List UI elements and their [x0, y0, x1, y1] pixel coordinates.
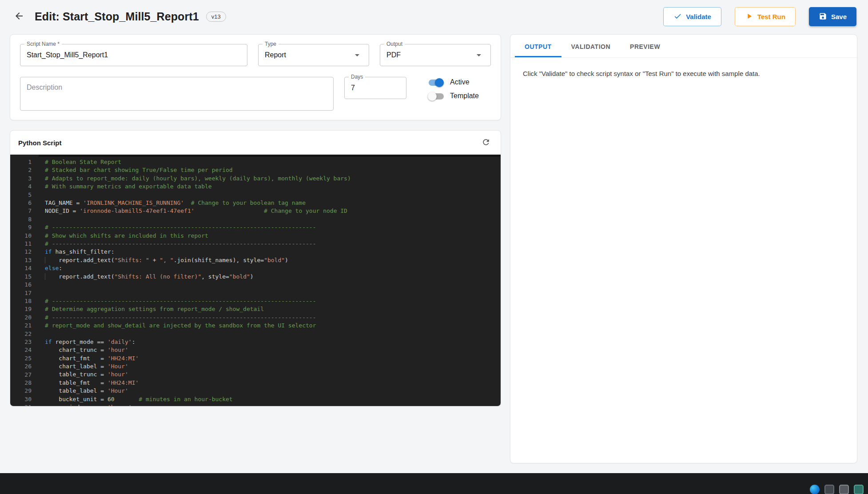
line-numbers: 1234567891011121314151617181920212223242… — [10, 155, 39, 406]
script-name-label: Script Name * — [24, 41, 62, 47]
tab-validation[interactable]: VALIDATION — [561, 35, 620, 57]
days-input[interactable] — [351, 84, 400, 92]
template-toggle-label: Template — [450, 92, 479, 100]
output-hint-text: Click "Validate" to check script syntax … — [510, 58, 857, 89]
play-icon — [745, 12, 753, 22]
output-panel-tabs: OUTPUT VALIDATION PREVIEW — [510, 35, 857, 58]
save-button[interactable]: Save — [809, 7, 856, 26]
tab-preview[interactable]: PREVIEW — [620, 35, 670, 57]
editor-header: Python Script — [10, 131, 501, 155]
python-script-card: Python Script 12345678910111213141516171… — [10, 130, 501, 406]
description-field[interactable] — [20, 77, 334, 111]
main-content: Script Name * Type Report Output PDF — [0, 32, 868, 463]
taskbar-app-icon[interactable] — [839, 485, 849, 494]
editor-top-shadow — [39, 155, 501, 157]
form-row-1: Script Name * Type Report Output PDF — [20, 44, 491, 66]
code-editor[interactable]: 1234567891011121314151617181920212223242… — [10, 155, 501, 406]
script-form-card: Script Name * Type Report Output PDF — [10, 34, 501, 120]
save-icon — [819, 12, 827, 22]
description-input[interactable] — [20, 77, 333, 110]
code-lines[interactable]: # Boolean State Report# Stacked bar char… — [39, 155, 501, 406]
script-name-field[interactable]: Script Name * — [20, 44, 247, 66]
output-label: Output — [384, 41, 405, 47]
days-field[interactable]: Days — [344, 77, 406, 99]
script-name-input[interactable] — [27, 51, 241, 59]
toggle-thumb — [428, 92, 437, 101]
taskbar-icons — [810, 485, 864, 494]
taskbar — [0, 473, 868, 494]
tab-output[interactable]: OUTPUT — [515, 35, 561, 57]
template-toggle-row[interactable]: Template — [424, 89, 479, 103]
active-toggle[interactable] — [424, 76, 448, 89]
arrow-left-icon — [14, 11, 24, 23]
refresh-icon — [482, 138, 490, 148]
version-badge: v13 — [206, 12, 226, 22]
header: Edit: Start_Stop_Mill5_Report1 v13 Valid… — [0, 0, 868, 32]
active-toggle-row[interactable]: Active — [424, 75, 479, 89]
toggle-group: Active Template — [424, 75, 479, 111]
taskbar-app-icon[interactable] — [824, 485, 834, 494]
validate-button[interactable]: Validate — [663, 7, 721, 26]
editor-title: Python Script — [18, 139, 62, 147]
caret-down-icon — [474, 50, 484, 60]
output-select[interactable]: Output PDF — [380, 44, 491, 66]
refresh-button[interactable] — [479, 136, 493, 149]
active-toggle-label: Active — [450, 78, 470, 86]
check-icon — [673, 12, 682, 22]
form-row-2: Days Active — [20, 77, 491, 111]
days-label: Days — [349, 74, 365, 80]
template-toggle[interactable] — [424, 89, 448, 103]
page-title: Edit: Start_Stop_Mill5_Report1 — [35, 10, 199, 23]
save-label: Save — [831, 13, 847, 20]
back-button[interactable] — [10, 8, 28, 26]
type-select[interactable]: Type Report — [258, 44, 369, 66]
toggle-thumb — [435, 78, 444, 87]
taskbar-browser-icon[interactable] — [810, 485, 820, 494]
output-value: PDF — [386, 51, 401, 59]
page: Edit: Start_Stop_Mill5_Report1 v13 Valid… — [0, 0, 868, 463]
type-label: Type — [263, 41, 279, 47]
test-run-label: Test Run — [757, 13, 785, 20]
type-value: Report — [265, 51, 286, 59]
caret-down-icon — [352, 50, 362, 60]
taskbar-app-icon[interactable] — [854, 485, 864, 494]
validate-label: Validate — [686, 13, 711, 20]
left-column: Script Name * Type Report Output PDF — [10, 34, 501, 406]
output-panel: OUTPUT VALIDATION PREVIEW Click "Validat… — [510, 34, 857, 463]
test-run-button[interactable]: Test Run — [735, 7, 796, 26]
